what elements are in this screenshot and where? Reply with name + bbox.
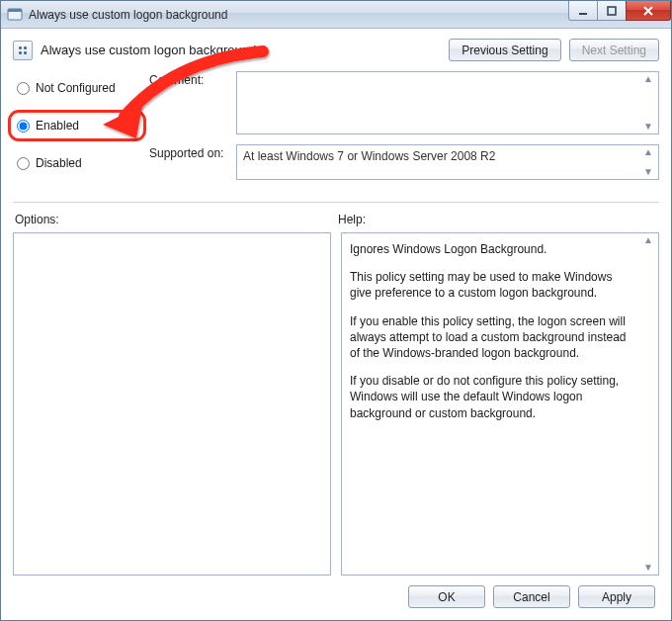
policy-icon [13, 41, 33, 60]
supported-on-label: Supported on: [149, 144, 228, 160]
radio-disabled-input[interactable] [17, 157, 30, 170]
scrollbar-icon[interactable]: ▲▼ [640, 147, 656, 177]
scrollbar-icon[interactable]: ▲▼ [640, 235, 656, 573]
help-label: Help: [336, 211, 659, 232]
help-pane: Ignores Windows Logon Background. This p… [341, 232, 659, 576]
radio-enabled-label: Enabled [36, 119, 79, 133]
policy-editor-window: Always use custom logon background Alway… [0, 0, 672, 621]
help-text: If you disable or do not configure this … [350, 373, 636, 421]
cancel-button[interactable]: Cancel [493, 585, 570, 608]
radio-enabled[interactable]: Enabled [13, 115, 141, 136]
separator [13, 202, 659, 203]
close-button[interactable] [626, 1, 671, 21]
supported-on-text: At least Windows 7 or Windows Server 200… [243, 149, 495, 163]
next-setting-button: Next Setting [569, 39, 659, 61]
policy-title: Always use custom logon background [41, 43, 256, 57]
svg-rect-2 [579, 13, 587, 15]
window-title: Always use custom logon background [29, 8, 227, 22]
state-radio-group: Not Configured Enabled Disabled [13, 71, 141, 190]
window-icon [7, 7, 23, 23]
minimize-button[interactable] [568, 1, 598, 21]
svg-rect-3 [608, 7, 616, 15]
help-text: If you enable this policy setting, the l… [350, 313, 636, 362]
radio-disabled-label: Disabled [36, 156, 82, 170]
svg-rect-1 [8, 9, 22, 12]
comment-label: Comment: [149, 71, 228, 87]
radio-disabled[interactable]: Disabled [13, 152, 141, 174]
help-text: This policy setting may be used to make … [350, 269, 636, 301]
header-row: Always use custom logon background Previ… [13, 39, 659, 61]
supported-on-box: At least Windows 7 or Windows Server 200… [236, 144, 659, 180]
radio-not-configured-input[interactable] [17, 82, 30, 95]
titlebar[interactable]: Always use custom logon background [1, 1, 671, 29]
dialog-footer: OK Cancel Apply [13, 576, 659, 610]
radio-not-configured[interactable]: Not Configured [13, 77, 141, 99]
options-label: Options: [13, 211, 336, 232]
help-text: Ignores Windows Logon Background. [350, 241, 636, 257]
ok-button[interactable]: OK [408, 585, 485, 608]
radio-enabled-input[interactable] [17, 120, 30, 133]
maximize-button[interactable] [597, 1, 627, 21]
window-controls [569, 1, 671, 21]
content-area: Always use custom logon background Previ… [1, 29, 671, 620]
radio-not-configured-label: Not Configured [36, 81, 116, 95]
comment-textarea[interactable]: ▲▼ [236, 71, 659, 134]
previous-setting-button[interactable]: Previous Setting [449, 39, 560, 61]
apply-button[interactable]: Apply [578, 585, 655, 608]
options-pane [13, 232, 331, 576]
scrollbar-icon[interactable]: ▲▼ [640, 74, 656, 132]
